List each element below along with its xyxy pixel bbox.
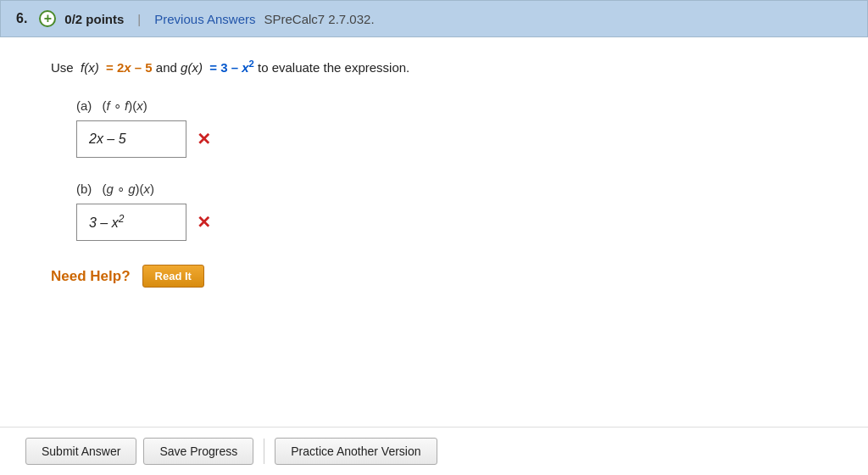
to-evaluate-text: to evaluate the expression. [258, 60, 409, 75]
part-a-letter: (a) [76, 98, 92, 113]
points-icon: + [39, 10, 56, 27]
part-a-answer-row: 2x – 5 ✕ [51, 120, 843, 158]
prev-answers-link[interactable]: Previous Answers [154, 12, 255, 26]
part-a-function: (f ∘ f)(x) [103, 98, 147, 113]
part-b-label: (b) (g ∘ g)(x) [51, 182, 843, 197]
part-a-wrong-icon: ✕ [197, 129, 211, 149]
submit-answer-button[interactable]: Submit Answer [25, 438, 136, 465]
part-a-label: (a) (f ∘ f)(x) [51, 98, 843, 114]
part-b-section: (b) (g ∘ g)(x) 3 – x2 ✕ [51, 182, 843, 241]
question-header: 6. + 0/2 points | Previous Answers SPreC… [0, 0, 868, 37]
part-b-letter: (b) [76, 182, 92, 196]
intro-text: Use [51, 60, 74, 75]
read-it-button[interactable]: Read It [142, 265, 204, 288]
f-label: f(x) [77, 60, 99, 75]
footer-divider [264, 439, 264, 464]
footer-buttons: Submit Answer Save Progress Practice Ano… [0, 427, 868, 475]
part-a-answer-box[interactable]: 2x – 5 [76, 120, 186, 158]
and-text: and [156, 60, 177, 75]
g-label: g(x) [181, 60, 203, 75]
part-b-answer-box[interactable]: 3 – x2 [76, 204, 186, 241]
page-wrapper: 6. + 0/2 points | Previous Answers SPreC… [0, 0, 868, 475]
part-b-answer-text: 3 – x2 [89, 213, 124, 231]
practice-another-button[interactable]: Practice Another Version [275, 438, 437, 465]
part-b-answer-row: 3 – x2 ✕ [51, 204, 843, 241]
part-a-answer-text: 2x – 5 [89, 131, 126, 147]
save-progress-button[interactable]: Save Progress [143, 438, 253, 465]
part-a-section: (a) (f ∘ f)(x) 2x – 5 ✕ [51, 98, 843, 158]
question-number: 6. [16, 11, 27, 26]
g-def: = 3 – x2 [206, 60, 254, 75]
question-body: Use f(x) = 2x – 5 and g(x) = 3 – x2 to e… [0, 37, 868, 427]
part-b-wrong-icon: ✕ [197, 212, 211, 232]
problem-statement: Use f(x) = 2x – 5 and g(x) = 3 – x2 to e… [51, 56, 843, 78]
separator: | [137, 12, 141, 26]
problem-code: SPreCalc7 2.7.032. [264, 12, 374, 26]
help-section: Need Help? Read It [51, 265, 843, 288]
f-def: = 2x – 5 [103, 60, 153, 75]
need-help-text: Need Help? [51, 268, 131, 285]
part-b-function: (g ∘ g)(x) [103, 182, 155, 196]
points-text: 0/2 points [64, 12, 124, 26]
